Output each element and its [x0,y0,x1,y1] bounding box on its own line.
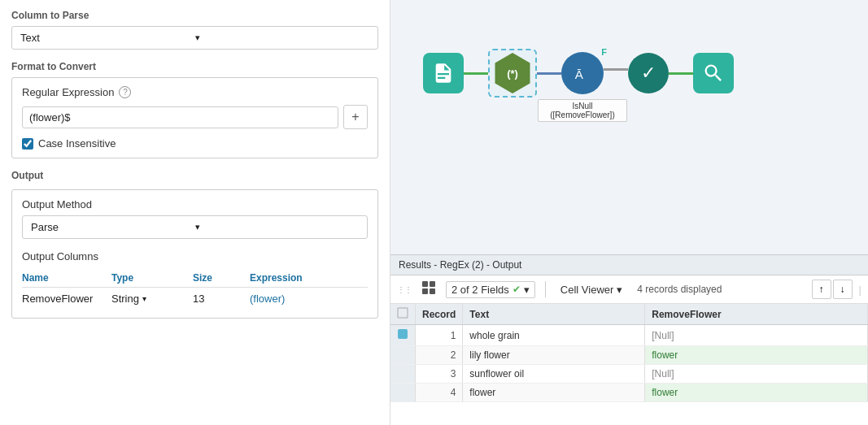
case-insensitive-label: Case Insensitive [38,137,116,150]
col-header-type: Type [111,272,193,284]
format-to-convert-label: Format to Convert [11,61,378,72]
results-header: Results - RegEx (2) - Output [390,255,868,275]
row-selector-cell[interactable] [390,384,416,402]
node-regex[interactable]: (*) [488,49,537,98]
output-columns-label: Output Columns [22,250,368,262]
regex-label-row: Regular Expression ? [22,86,368,98]
col-header-size: Size [193,272,250,284]
grid-view-icon[interactable] [418,279,439,300]
output-method-label: Output Method [22,198,368,210]
fields-selector[interactable]: 2 of 2 Fields ✔ ▾ [446,281,535,298]
fields-check-icon: ✔ [513,284,521,295]
text-cell: whole grain [463,325,645,346]
toolbar-divider-1 [545,281,546,297]
svg-rect-2 [430,281,435,287]
col-header-selector [390,304,416,325]
output-method-dropdown[interactable]: Parse ▾ [22,215,368,239]
text-cell: flower [463,384,645,402]
remove-flower-cell: [Null] [645,325,868,346]
connector-1 [464,72,488,75]
node-formula-label: IsNull ([RemoveFlower]) [538,99,627,122]
cell-viewer-button[interactable]: Cell Viewer ▾ [556,282,628,297]
node-formula-icon: Ā [561,52,604,94]
output-section: Output Output Method Parse ▾ Output Colu… [11,170,378,319]
col-header-record: Record [416,304,463,325]
svg-rect-5 [398,329,408,339]
remove-flower-cell: flower [645,384,868,402]
svg-rect-1 [422,281,428,287]
node-output[interactable] [693,53,734,93]
row-selector-cell[interactable] [390,325,416,346]
table-row[interactable]: 2lily flowerflower [390,346,868,365]
col-type-value: String [111,293,139,305]
help-icon[interactable]: ? [119,86,131,98]
workflow-diagram: (*) Ā F IsNull ([RemoveFlower]) ✓ [423,49,734,98]
fields-label: 2 of 2 Fields [451,284,509,296]
node-input[interactable] [423,53,464,93]
case-insensitive-row: Case Insensitive [22,137,368,150]
format-box: Regular Expression ? + Case Insensitive [11,77,378,158]
node-regex-icon: (*) [492,53,533,93]
record-number-cell: 3 [416,365,463,384]
output-box: Output Method Parse ▾ Output Columns Nam… [11,189,378,319]
record-number-cell: 1 [416,325,463,346]
node-test-icon: ✓ [628,53,669,93]
records-displayed-label: 4 records displayed [637,284,722,295]
toolbar-spacer: | [859,284,861,296]
column-to-parse-label: Column to Parse [11,10,378,21]
regex-label: Regular Expression [22,86,114,98]
table-row[interactable]: 4flowerflower [390,384,868,402]
table-row[interactable]: 3sunflower oil[Null] [390,365,868,384]
cell-viewer-arrow-icon: ▾ [617,284,622,296]
column-to-parse-dropdown[interactable]: Text ▾ [11,26,378,50]
output-columns-header: Name Type Size Expression [22,269,368,288]
row-selector-cell[interactable] [390,346,416,365]
col-size-cell: 13 [193,293,250,305]
col-header-expression: Expression [250,272,368,284]
col-header-text: Text [463,304,645,325]
formula-badge-f: F [601,47,607,57]
col-header-removeflower: RemoveFlower [645,304,868,325]
node-formula[interactable]: Ā F IsNull ([RemoveFlower]) [561,52,604,94]
workflow-canvas: (*) Ā F IsNull ([RemoveFlower]) ✓ [390,0,868,254]
svg-rect-3 [422,288,428,294]
case-insensitive-checkbox[interactable] [22,138,33,150]
node-output-icon [693,53,734,93]
row-selector-cell[interactable] [390,365,416,384]
text-cell: lily flower [463,346,645,365]
connector-2 [537,72,561,75]
node-test[interactable]: ✓ [628,53,669,93]
add-regex-button[interactable]: + [343,105,368,129]
output-label: Output [11,170,378,181]
results-panel: Results - RegEx (2) - Output ⋮⋮ 2 of 2 F… [390,254,868,425]
output-columns-row: RemoveFlower String ▾ 13 (flower) [22,288,368,310]
col-header-name: Name [22,272,111,284]
regex-input-row: + [22,105,368,129]
right-panel: (*) Ā F IsNull ([RemoveFlower]) ✓ [390,0,868,425]
arrow-down-button[interactable]: ↓ [833,280,853,299]
table-header-row: Record Text RemoveFlower [390,304,868,325]
record-number-cell: 4 [416,384,463,402]
results-table-body: 1whole grain[Null]2lily flowerflower3sun… [390,325,868,402]
connector-4 [669,72,693,75]
remove-flower-cell: [Null] [645,365,868,384]
col-expression-cell: (flower) [250,293,368,305]
record-number-cell: 2 [416,346,463,365]
arrow-up-button[interactable]: ↑ [812,280,831,299]
regex-input[interactable] [22,106,338,128]
column-to-parse-value: Text [20,32,195,44]
output-method-arrow-icon: ▾ [195,222,360,232]
table-row[interactable]: 1whole grain[Null] [390,325,868,346]
col-name-cell: RemoveFlower [22,293,111,305]
results-toolbar: ⋮⋮ 2 of 2 Fields ✔ ▾ Cell Viewer [390,275,868,304]
fields-arrow-icon: ▾ [524,284,530,296]
results-table: Record Text RemoveFlower 1whole grain[Nu… [390,304,868,425]
nav-arrows: ↑ ↓ | [812,280,861,299]
col-type-cell[interactable]: String ▾ [111,293,193,305]
left-panel: Column to Parse Text ▾ Format to Convert… [0,0,390,425]
cell-viewer-label: Cell Viewer [560,284,614,296]
col-type-arrow-icon: ▾ [142,294,146,303]
column-to-parse-arrow-icon: ▾ [195,33,370,43]
connector-3 [604,68,628,71]
drag-handle-icon: ⋮⋮ [397,285,412,294]
